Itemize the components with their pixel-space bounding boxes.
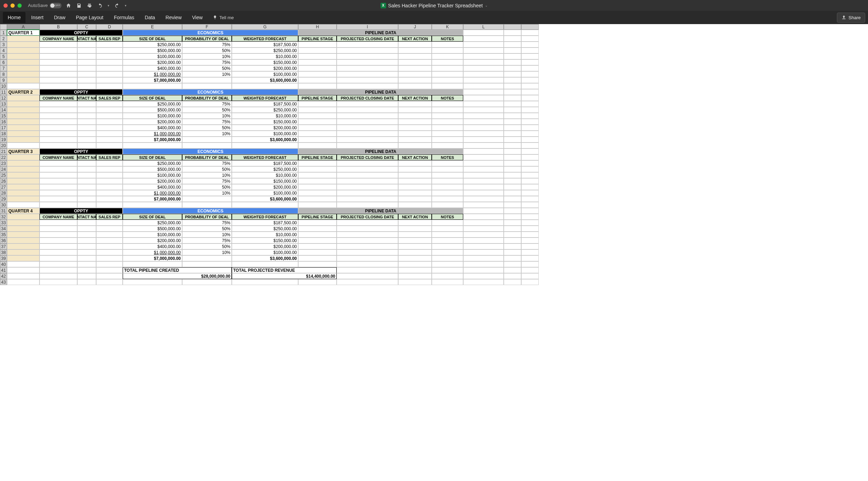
cell[interactable] xyxy=(463,190,504,196)
cell[interactable] xyxy=(96,261,123,267)
deal-probability[interactable]: 75% xyxy=(182,178,232,184)
cell[interactable] xyxy=(337,273,398,279)
cell[interactable] xyxy=(96,48,123,53)
cell[interactable] xyxy=(432,65,463,71)
cell[interactable] xyxy=(40,255,77,261)
cell[interactable] xyxy=(298,220,337,226)
deal-probability[interactable]: 10% xyxy=(182,172,232,178)
cell[interactable] xyxy=(182,83,232,89)
cell[interactable] xyxy=(7,172,40,178)
cell[interactable] xyxy=(463,137,504,143)
cell[interactable] xyxy=(521,36,539,42)
cell[interactable] xyxy=(7,154,40,160)
total-forecast[interactable]: $3,600,000.00 xyxy=(232,196,298,202)
cell[interactable] xyxy=(96,125,123,131)
row-header-18[interactable]: 18 xyxy=(0,131,7,137)
document-title[interactable]: X Sales Hacker Pipeline Tracker Spreadsh… xyxy=(380,3,488,8)
cell[interactable] xyxy=(398,137,432,143)
column-subheader[interactable]: NEXT ACTION xyxy=(398,154,432,160)
column-subheader[interactable]: CONTACT NAME xyxy=(77,95,96,101)
cell[interactable] xyxy=(504,89,521,95)
cell[interactable] xyxy=(398,71,432,77)
row-header-8[interactable]: 8 xyxy=(0,71,7,77)
cell[interactable] xyxy=(521,131,539,137)
cell[interactable] xyxy=(77,107,96,113)
cell[interactable] xyxy=(77,232,96,238)
cell[interactable] xyxy=(182,279,232,285)
row-header-41[interactable]: 41 xyxy=(0,267,7,273)
column-subheader[interactable]: NEXT ACTION xyxy=(398,214,432,220)
cell[interactable] xyxy=(504,232,521,238)
cell[interactable] xyxy=(337,59,398,65)
deal-size[interactable]: $250,000.00 xyxy=(123,101,182,107)
cell[interactable] xyxy=(521,261,539,267)
cell[interactable] xyxy=(298,113,337,119)
cell[interactable] xyxy=(521,190,539,196)
row-header-40[interactable]: 40 xyxy=(0,261,7,267)
cell[interactable] xyxy=(298,101,337,107)
cell[interactable] xyxy=(398,261,432,267)
cell[interactable] xyxy=(298,255,337,261)
cell[interactable] xyxy=(504,65,521,71)
cell[interactable] xyxy=(521,202,539,208)
total-forecast[interactable]: $3,600,000.00 xyxy=(232,137,298,143)
cell[interactable] xyxy=(96,160,123,166)
cell[interactable] xyxy=(337,232,398,238)
cell[interactable] xyxy=(521,30,539,36)
cell[interactable] xyxy=(504,255,521,261)
cell[interactable] xyxy=(398,202,432,208)
cell[interactable] xyxy=(398,232,432,238)
cell[interactable] xyxy=(521,71,539,77)
weighted-forecast[interactable]: $250,000.00 xyxy=(232,226,298,232)
cell[interactable] xyxy=(504,214,521,220)
deal-size[interactable]: $100,000.00 xyxy=(123,113,182,119)
cell[interactable] xyxy=(504,273,521,279)
cell[interactable] xyxy=(504,226,521,232)
cell[interactable] xyxy=(96,53,123,59)
cell[interactable] xyxy=(521,42,539,48)
cell[interactable] xyxy=(7,232,40,238)
cell[interactable] xyxy=(463,172,504,178)
cell[interactable] xyxy=(504,220,521,226)
row-header-13[interactable]: 13 xyxy=(0,101,7,107)
row-header-6[interactable]: 6 xyxy=(0,59,7,65)
deal-probability[interactable]: 50% xyxy=(182,243,232,249)
cell[interactable] xyxy=(7,273,40,279)
column-header-F[interactable]: F xyxy=(182,24,232,30)
weighted-forecast[interactable]: $100,000.00 xyxy=(232,249,298,255)
cell[interactable] xyxy=(7,261,40,267)
cell[interactable] xyxy=(463,249,504,255)
section-economics[interactable]: ECONOMICS xyxy=(123,148,298,154)
row-header-42[interactable]: 42 xyxy=(0,273,7,279)
cell[interactable] xyxy=(463,95,504,101)
cell[interactable] xyxy=(463,107,504,113)
cell[interactable] xyxy=(337,166,398,172)
row-header-30[interactable]: 30 xyxy=(0,202,7,208)
cell[interactable] xyxy=(123,279,182,285)
column-subheader[interactable]: SIZE OF DEAL xyxy=(123,154,182,160)
column-header-blank[interactable] xyxy=(504,24,521,30)
cell[interactable] xyxy=(7,238,40,243)
cell[interactable] xyxy=(77,243,96,249)
deal-probability[interactable]: 10% xyxy=(182,53,232,59)
cell[interactable] xyxy=(96,243,123,249)
deal-probability[interactable]: 10% xyxy=(182,71,232,77)
column-header-B[interactable]: B xyxy=(40,24,77,30)
cell[interactable] xyxy=(77,48,96,53)
cell[interactable] xyxy=(96,249,123,255)
cell[interactable] xyxy=(7,267,40,273)
cell[interactable] xyxy=(40,71,77,77)
cell[interactable] xyxy=(337,220,398,226)
weighted-forecast[interactable]: $200,000.00 xyxy=(232,65,298,71)
row-header-38[interactable]: 38 xyxy=(0,249,7,255)
cell[interactable] xyxy=(463,89,504,95)
cell[interactable] xyxy=(521,107,539,113)
cell[interactable] xyxy=(298,125,337,131)
cell[interactable] xyxy=(7,202,40,208)
cell[interactable] xyxy=(40,279,77,285)
cell[interactable] xyxy=(7,77,40,83)
cell[interactable] xyxy=(521,178,539,184)
cell[interactable] xyxy=(521,137,539,143)
cell[interactable] xyxy=(77,166,96,172)
tell-me-search[interactable]: Tell me xyxy=(208,12,238,23)
